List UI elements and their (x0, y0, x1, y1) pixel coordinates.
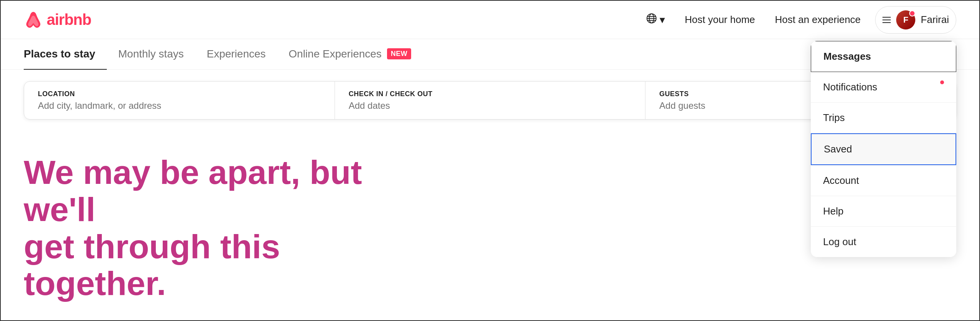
header: airbnb ▾ Host your home Host an experien… (1, 1, 979, 39)
host-experience-link[interactable]: Host an experience (769, 10, 866, 29)
hero-line-2: get through this together. (24, 228, 368, 303)
language-currency-button[interactable]: ▾ (640, 9, 670, 31)
logo-area[interactable]: airbnb (24, 10, 91, 30)
globe-icon (646, 13, 657, 27)
checkin-input[interactable]: Add dates (349, 100, 632, 111)
checkin-section[interactable]: CHECK IN / CHECK OUT Add dates (335, 82, 646, 119)
location-section[interactable]: LOCATION Add city, landmark, or address (24, 82, 335, 119)
location-input[interactable]: Add city, landmark, or address (38, 100, 321, 111)
hamburger-icon (882, 17, 891, 23)
hero-heading: We may be apart, but we'll get through t… (24, 154, 368, 302)
avatar-container: F (896, 10, 915, 29)
notifications-dot (940, 80, 944, 84)
tab-monthly-stays[interactable]: Monthly stays (107, 39, 195, 70)
dropdown-item-help[interactable]: Help (811, 196, 956, 227)
dropdown-item-notifications[interactable]: Notifications (811, 72, 956, 103)
host-home-link[interactable]: Host your home (679, 10, 761, 29)
airbnb-logo-icon (24, 10, 43, 30)
tab-experiences[interactable]: Experiences (195, 39, 277, 70)
location-label: LOCATION (38, 90, 321, 98)
dropdown-item-trips[interactable]: Trips (811, 103, 956, 133)
dropdown-item-saved[interactable]: Saved (811, 133, 956, 165)
user-dropdown-menu: Messages Notifications Trips Saved Accou… (811, 41, 956, 257)
chevron-down-icon: ▾ (660, 13, 665, 26)
user-name: Farirai (921, 14, 949, 26)
dropdown-item-logout[interactable]: Log out (811, 227, 956, 257)
hero-line-1: We may be apart, but we'll (24, 154, 368, 228)
logo-text: airbnb (47, 11, 91, 28)
new-badge: NEW (387, 48, 412, 59)
checkin-label: CHECK IN / CHECK OUT (349, 90, 632, 98)
dropdown-item-account[interactable]: Account (811, 165, 956, 196)
tab-places-to-stay[interactable]: Places to stay (24, 39, 107, 70)
dropdown-item-messages[interactable]: Messages (811, 41, 956, 72)
user-menu-button[interactable]: F Farirai (875, 6, 956, 34)
notification-badge (909, 10, 915, 16)
tab-online-experiences[interactable]: Online Experiences NEW (277, 39, 423, 70)
header-right: ▾ Host your home Host an experience F Fa… (640, 6, 956, 34)
